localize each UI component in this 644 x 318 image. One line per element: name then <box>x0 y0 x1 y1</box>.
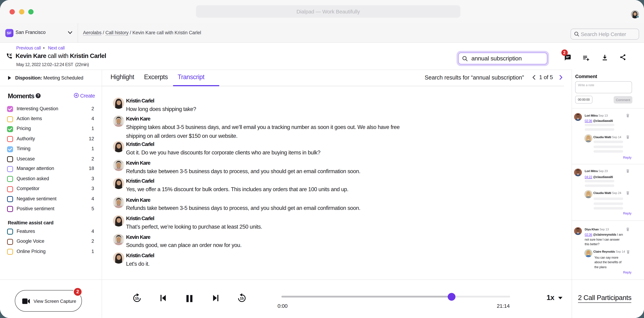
svg-text:15: 15 <box>240 296 244 300</box>
svg-text:15: 15 <box>135 296 139 300</box>
